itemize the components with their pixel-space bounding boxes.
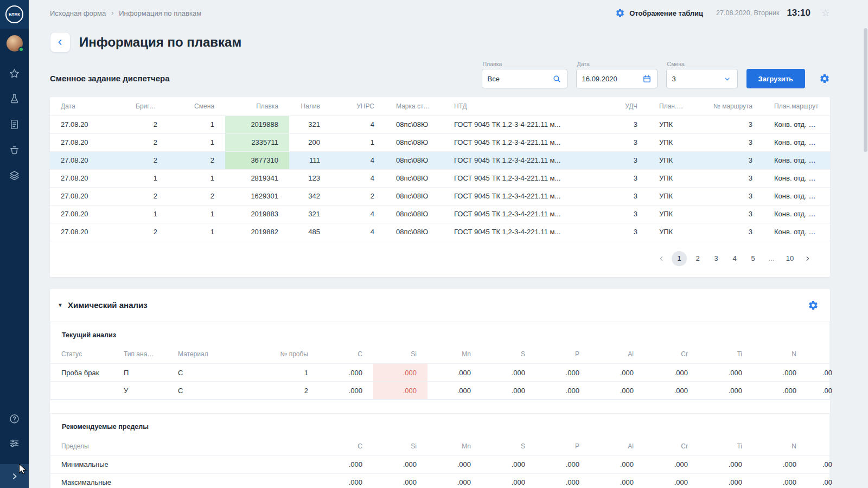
table-row[interactable]: Максимальные.000.000.000.000.000.000.000… <box>50 473 833 488</box>
table-cell: 485 <box>289 223 331 241</box>
tables-display-label: Отображение таблиц <box>629 9 703 17</box>
table-cell: 342 <box>289 187 331 205</box>
pagination: 12345...10 <box>50 241 830 277</box>
table-row[interactable]: 27.08.20212019882485408пс\08ЮГОСТ 9045 Т… <box>50 223 830 241</box>
table-row[interactable]: УС2.000.000.000.000.000.000.000.000.000.… <box>50 382 833 400</box>
table-row[interactable]: Минимальные.000.000.000.000.000.000.000.… <box>50 455 833 473</box>
table-cell: 27.08.20 <box>50 115 125 133</box>
pagination-page[interactable]: 4 <box>727 251 742 266</box>
table-cell: .000 <box>590 455 644 473</box>
column-header: НТД <box>443 97 601 115</box>
table-cell: Конв. отд. КЦ-2 <box>763 115 830 133</box>
table-cell: 2 <box>125 115 168 133</box>
table-cell: 111 <box>289 151 331 169</box>
sidebar-expand[interactable] <box>0 464 29 488</box>
breadcrumb-home[interactable]: Исходная форма <box>50 9 106 17</box>
table-cell: .000 <box>644 382 699 400</box>
column-header: Al <box>590 345 644 364</box>
document-icon[interactable] <box>9 119 20 130</box>
pagination-page[interactable]: 2 <box>690 251 705 266</box>
table-cell: Минимальные <box>50 455 319 473</box>
date-filter: Дата 16.09.2020 <box>576 61 658 88</box>
table-cell: .000 <box>536 382 590 400</box>
table-row[interactable]: 27.08.20212335711200108пс\08ЮГОСТ 9045 Т… <box>50 133 830 151</box>
dispatcher-header: Сменное задание диспетчера Плавка Все Да… <box>50 61 830 88</box>
pagination-page[interactable]: 5 <box>745 251 761 266</box>
back-button[interactable] <box>50 32 71 53</box>
table-cell: .000 <box>427 473 482 488</box>
column-header: № пробы <box>248 345 319 364</box>
table-cell: 08пс\08Ю <box>385 133 443 151</box>
table-row[interactable]: 27.08.20112819341123408пс\08ЮГОСТ 9045 Т… <box>50 169 830 187</box>
table-cell: 3 <box>601 205 648 223</box>
table-row[interactable]: Проба бракПС1.000.000.000.000.000.000.00… <box>50 364 833 382</box>
table-cell: 123 <box>289 169 331 187</box>
melt-filter-input[interactable]: Все <box>482 69 567 88</box>
table-cell: .00 <box>807 455 833 473</box>
pagination-prev[interactable] <box>654 252 668 266</box>
favorite-star-icon[interactable]: ☆ <box>821 7 830 19</box>
current-date: 27.08.2020, Вторник <box>716 9 779 17</box>
table-cell: .000 <box>590 382 644 400</box>
table-cell: 2 <box>125 133 168 151</box>
lab-flask-icon[interactable] <box>9 93 20 105</box>
chemical-settings-gear-icon[interactable] <box>808 300 819 311</box>
column-header: Налив <box>289 97 331 115</box>
main-content: Исходная форма › Информация по плавкам О… <box>29 0 868 488</box>
table-cell: ГОСТ 9045 ТК 1,2-3-4-221.11 м... <box>443 115 601 133</box>
tables-display-button[interactable]: Отображение таблиц <box>615 8 703 18</box>
table-cell: 2 <box>331 187 385 205</box>
pagination-page[interactable]: 3 <box>709 251 724 266</box>
pagination-next[interactable] <box>801 252 815 266</box>
layers-icon[interactable] <box>9 170 20 181</box>
table-cell: .000 <box>482 364 536 382</box>
breadcrumb: Исходная форма › Информация по плавкам <box>50 9 201 17</box>
shift-filter-select[interactable]: 3 <box>666 69 738 88</box>
table-cell: 4 <box>331 205 385 223</box>
table-cell: Конв. отд. КЦ-2 <box>763 187 830 205</box>
scrollbar-thumb[interactable] <box>864 28 867 152</box>
filters: Плавка Все Дата 16.09.2020 Смена 3 <box>482 61 830 88</box>
table-row[interactable]: 27.08.20212019888321408пс\08ЮГОСТ 9045 Т… <box>50 115 830 133</box>
table-row[interactable]: 27.08.20221629301342208пс\08ЮГОСТ 9045 Т… <box>50 187 830 205</box>
table-cell: .000 <box>590 364 644 382</box>
calendar-icon[interactable] <box>642 74 652 84</box>
table-settings-gear-icon[interactable] <box>819 73 830 84</box>
column-header: План.маршрут <box>648 97 698 115</box>
load-button[interactable]: Загрузить <box>746 69 805 88</box>
table-row[interactable]: 27.08.20223677310111408пс\08ЮГОСТ 9045 Т… <box>50 151 830 169</box>
table-cell: 3 <box>698 115 763 133</box>
table-cell: .000 <box>319 455 373 473</box>
page-scrollbar[interactable] <box>863 0 868 488</box>
pagination-page[interactable]: 1 <box>672 251 687 266</box>
table-cell: 1 <box>125 205 168 223</box>
chemical-collapse-toggle[interactable]: ▼ Химический анализ <box>58 300 148 310</box>
date-filter-input[interactable]: 16.09.2020 <box>576 69 658 88</box>
help-icon[interactable] <box>9 413 20 425</box>
table-cell: .00 <box>807 382 833 400</box>
chemical-section-title: Химический анализ <box>68 300 148 310</box>
chevron-left-icon <box>55 37 65 47</box>
table-cell: 3 <box>698 223 763 241</box>
favorites-icon[interactable] <box>9 68 20 79</box>
dispatcher-table: ДатаБригадаСменаПлавкаНаливУНРСМарка ста… <box>50 97 830 241</box>
table-cell: .000 <box>644 455 699 473</box>
avatar[interactable] <box>7 35 23 52</box>
column-header: Дата <box>50 97 125 115</box>
table-row[interactable]: 27.08.20112019883321408пс\08ЮГОСТ 9045 Т… <box>50 205 830 223</box>
table-cell: 3 <box>601 133 648 151</box>
settings-sliders-icon[interactable] <box>9 438 20 449</box>
table-cell: 3 <box>698 187 763 205</box>
ladle-icon[interactable] <box>9 144 20 156</box>
dispatcher-table-header: ДатаБригадаСменаПлавкаНаливУНРСМарка ста… <box>50 97 830 115</box>
recommended-limits-table: ПределыCSiMnSPAlCrTiN Минимальные.000.00… <box>50 437 833 488</box>
pagination-page[interactable]: 10 <box>782 251 797 266</box>
table-cell: .000 <box>319 364 373 382</box>
table-cell: .000 <box>536 473 590 488</box>
column-header: P <box>536 437 590 455</box>
table-cell: 1 <box>168 115 225 133</box>
logo: НЛМК <box>0 0 29 29</box>
search-icon[interactable] <box>552 74 561 84</box>
table-cell: .000 <box>753 455 807 473</box>
table-cell: 3 <box>601 115 648 133</box>
